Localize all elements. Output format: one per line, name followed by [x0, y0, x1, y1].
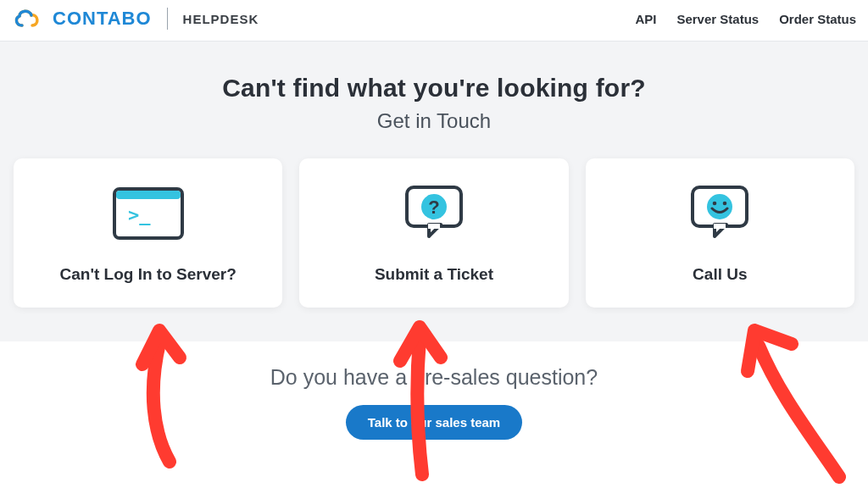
- section-label: HELPDESK: [183, 12, 259, 26]
- terminal-window-icon: >_: [109, 180, 187, 247]
- nav-server-status[interactable]: Server Status: [676, 12, 759, 26]
- svg-rect-8: [714, 224, 726, 229]
- svg-text:>_: >_: [128, 204, 151, 225]
- brand-block: CONTABO HELPDESK: [12, 7, 259, 30]
- brand-name: CONTABO: [53, 8, 152, 30]
- sales-cta-button[interactable]: Talk to our sales team: [346, 405, 522, 440]
- contabo-cloud-icon: [12, 7, 42, 30]
- svg-point-10: [713, 202, 717, 206]
- svg-point-9: [707, 194, 732, 219]
- svg-rect-4: [428, 224, 440, 229]
- card-submit-ticket[interactable]: ? Submit a Ticket: [299, 158, 568, 308]
- contact-hero: Can't find what you're looking for? Get …: [0, 42, 868, 341]
- card-login-title: Can't Log In to Server?: [60, 265, 236, 284]
- nav-order-status[interactable]: Order Status: [779, 12, 856, 26]
- hero-title: Can't find what you're looking for?: [8, 74, 860, 103]
- svg-rect-1: [116, 191, 181, 199]
- smile-speech-bubble-icon: [681, 180, 759, 247]
- svg-text:?: ?: [428, 197, 439, 218]
- nav-api[interactable]: API: [635, 12, 656, 26]
- svg-point-11: [723, 202, 727, 206]
- top-nav: API Server Status Order Status: [635, 12, 856, 26]
- question-speech-bubble-icon: ?: [395, 180, 473, 247]
- site-header: CONTABO HELPDESK API Server Status Order…: [0, 0, 868, 42]
- brand-divider: [167, 8, 168, 30]
- hero-subtitle: Get in Touch: [8, 109, 860, 133]
- card-login-help[interactable]: >_ Can't Log In to Server?: [14, 158, 282, 308]
- card-ticket-title: Submit a Ticket: [375, 265, 493, 284]
- card-call-title: Call Us: [693, 265, 747, 284]
- card-call-us[interactable]: Call Us: [586, 158, 854, 308]
- presales-section: Do you have a pre-sales question? Talk t…: [0, 341, 868, 440]
- presales-heading: Do you have a pre-sales question?: [0, 365, 868, 390]
- contact-cards: >_ Can't Log In to Server? ? Submit a Ti…: [8, 158, 860, 308]
